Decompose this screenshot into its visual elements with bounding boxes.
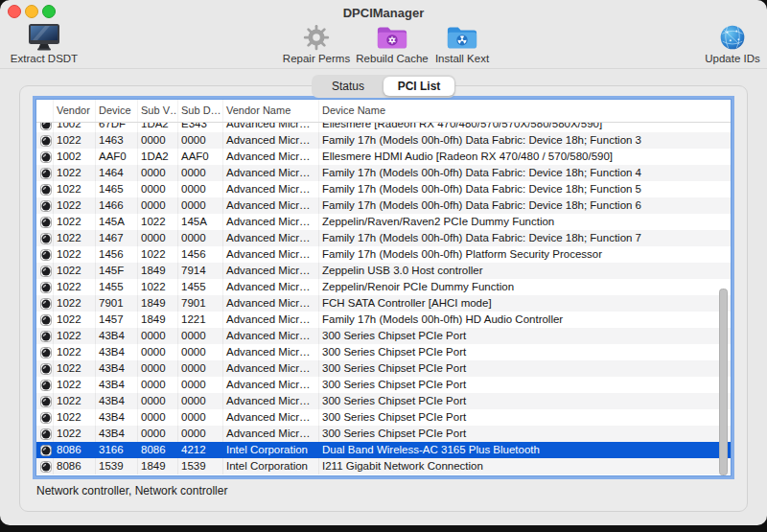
table-row[interactable]: 1022146700000000Advanced Micr…Family 17h… bbox=[36, 230, 731, 246]
pci-device-icon bbox=[40, 151, 52, 163]
cell-sub-vendor: 1849 bbox=[138, 312, 178, 328]
row-icon-cell bbox=[36, 246, 54, 263]
toolbar-item-label: Install Kext bbox=[419, 53, 505, 64]
table-row[interactable]: 102243B400000000Advanced Micr…300 Series… bbox=[36, 393, 731, 409]
cell-device: 43B4 bbox=[96, 426, 138, 442]
table-row[interactable]: 1022146500000000Advanced Micr…Family 17h… bbox=[36, 181, 731, 197]
table-row[interactable]: 100267DF1DA2E343Advanced Micr…Ellesmere … bbox=[36, 123, 731, 132]
row-icon-cell bbox=[36, 132, 54, 149]
cell-device-name: 300 Series Chipset PCIe Port bbox=[319, 393, 731, 409]
tab-status[interactable]: Status bbox=[313, 77, 384, 96]
table-row[interactable]: 102243B400000000Advanced Micr…300 Series… bbox=[36, 377, 731, 393]
cell-sub-device: 1455 bbox=[178, 279, 223, 295]
cell-device-name: Zeppelin USB 3.0 Host controller bbox=[319, 263, 731, 279]
pci-device-icon bbox=[40, 282, 52, 293]
toolbar-item-label: Extract DSDT bbox=[1, 53, 87, 64]
cell-sub-device: 0000 bbox=[178, 328, 223, 344]
toolbar-item-label: Repair Perms bbox=[273, 53, 360, 64]
column-header-device-name[interactable]: Device Name bbox=[319, 100, 731, 122]
cell-vendor-name: Advanced Micr… bbox=[223, 132, 319, 149]
pci-device-icon bbox=[40, 233, 52, 244]
extract-dsdt-button[interactable]: Extract DSDT bbox=[1, 23, 87, 67]
table-row[interactable]: 1022145718491221Advanced Micr…Family 17h… bbox=[36, 312, 731, 328]
cell-device: 43B4 bbox=[96, 360, 138, 377]
column-header-vendor[interactable]: Vendor bbox=[54, 100, 96, 122]
table-row[interactable]: 1022146300000000Advanced Micr…Family 17h… bbox=[36, 132, 731, 149]
cell-vendor-name: Advanced Micr… bbox=[223, 263, 319, 279]
tab-pci-list[interactable]: PCI List bbox=[384, 77, 454, 96]
row-icon-cell bbox=[36, 149, 54, 165]
cell-sub-device: 1456 bbox=[178, 246, 223, 263]
table-row[interactable]: 1022145510221455Advanced Micr…Zeppelin/R… bbox=[36, 279, 731, 295]
row-icon-cell bbox=[36, 230, 54, 246]
cell-vendor: 1022 bbox=[54, 246, 96, 263]
table-row[interactable]: 102243B400000000Advanced Micr…300 Series… bbox=[36, 426, 731, 442]
table-row[interactable]: 1022790118497901Advanced Micr…FCH SATA C… bbox=[36, 295, 731, 312]
table-row[interactable]: 1022145F18497914Advanced Micr…Zeppelin U… bbox=[36, 263, 731, 279]
toolbar-item-label: Update IDs bbox=[689, 53, 767, 64]
cell-device-name: 300 Series Chipset PCIe Port bbox=[319, 328, 731, 344]
cell-vendor-name: Advanced Micr… bbox=[223, 393, 319, 409]
table-row[interactable]: 8086316680864212Intel CorporationDual Ba… bbox=[36, 442, 731, 458]
cell-sub-device: 7914 bbox=[178, 263, 223, 279]
row-icon-cell bbox=[36, 377, 54, 393]
table-row[interactable]: 102243B400000000Advanced Micr…300 Series… bbox=[36, 344, 731, 360]
column-header-sub-vendor[interactable]: Sub V… bbox=[138, 100, 178, 122]
row-icon-cell bbox=[36, 123, 54, 132]
pci-device-icon bbox=[40, 347, 52, 359]
table-row[interactable]: 1022145610221456Advanced Micr…Family 17h… bbox=[36, 246, 731, 263]
cell-device: 43B4 bbox=[96, 393, 138, 409]
cell-device-name: Family 17h (Models 00h-0fh) Data Fabric:… bbox=[319, 181, 731, 197]
pci-device-icon bbox=[40, 428, 52, 440]
cell-vendor-name: Advanced Micr… bbox=[223, 409, 319, 426]
cell-sub-vendor: 0000 bbox=[138, 181, 178, 197]
pci-device-icon bbox=[40, 396, 52, 407]
column-header-device[interactable]: Device bbox=[96, 100, 138, 122]
cell-device-name: Dual Band Wireless-AC 3165 Plus Bluetoot… bbox=[319, 442, 731, 458]
row-icon-cell bbox=[36, 442, 54, 458]
row-icon-cell bbox=[36, 360, 54, 377]
cell-vendor: 1022 bbox=[54, 214, 96, 230]
cell-vendor: 1022 bbox=[54, 181, 96, 197]
cell-sub-vendor: 0000 bbox=[138, 360, 178, 377]
row-icon-cell bbox=[36, 263, 54, 279]
table-row[interactable]: 1002AAF01DA2AAF0Advanced Micr…Ellesmere … bbox=[36, 149, 731, 165]
cell-device-name: Zeppelin/Raven/Raven2 PCIe Dummy Functio… bbox=[319, 214, 731, 230]
cell-device: 67DF bbox=[96, 123, 138, 132]
cell-vendor-name: Advanced Micr… bbox=[223, 165, 319, 181]
cell-sub-vendor: 1DA2 bbox=[138, 123, 178, 132]
vertical-scrollbar-thumb[interactable] bbox=[719, 289, 728, 475]
table-row[interactable]: 1022146600000000Advanced Micr…Family 17h… bbox=[36, 197, 731, 214]
cell-sub-device: 0000 bbox=[178, 165, 223, 181]
repair-perms-button[interactable]: Repair Perms bbox=[273, 23, 360, 67]
table-body: 100267DF1DA2E343Advanced Micr…Ellesmere … bbox=[36, 123, 731, 475]
row-icon-cell bbox=[36, 426, 54, 442]
table-row[interactable]: 8086153918491539Intel CorporationI211 Gi… bbox=[36, 458, 731, 474]
cell-device: 43B4 bbox=[96, 409, 138, 426]
cell-device: 1455 bbox=[96, 279, 138, 295]
cell-sub-device: 0000 bbox=[178, 409, 223, 426]
row-icon-cell bbox=[36, 458, 54, 474]
cell-device: 3166 bbox=[96, 442, 138, 458]
update-ids-button[interactable]: Update IDs bbox=[689, 23, 767, 67]
window-title: DPCIManager bbox=[0, 6, 767, 20]
column-header-sub-device[interactable]: Sub D… bbox=[178, 100, 223, 122]
cell-vendor: 8086 bbox=[54, 458, 96, 474]
table-row[interactable]: 102243B400000000Advanced Micr…300 Series… bbox=[36, 409, 731, 426]
cell-device: AAF0 bbox=[96, 149, 138, 165]
cell-device: 1464 bbox=[96, 165, 138, 181]
column-header-vendor-name[interactable]: Vendor Name bbox=[223, 100, 319, 122]
table-row[interactable]: 102243B400000000Advanced Micr…300 Series… bbox=[36, 328, 731, 344]
cell-sub-vendor: 8086 bbox=[138, 442, 178, 458]
table-row[interactable]: 102243B400000000Advanced Micr…300 Series… bbox=[36, 360, 731, 377]
row-icon-cell bbox=[36, 344, 54, 360]
cell-vendor-name: Advanced Micr… bbox=[223, 360, 319, 377]
cell-vendor: 1022 bbox=[54, 344, 96, 360]
table-row[interactable]: 1022145A1022145AAdvanced Micr…Zeppelin/R… bbox=[36, 214, 731, 230]
cell-device: 1456 bbox=[96, 246, 138, 263]
titlebar: DPCIManager bbox=[0, 0, 767, 25]
cell-device-name: 300 Series Chipset PCIe Port bbox=[319, 360, 731, 377]
install-kext-button[interactable]: Install Kext bbox=[419, 23, 505, 67]
tab-bar: Status PCI List bbox=[312, 75, 455, 98]
table-row[interactable]: 1022146400000000Advanced Micr…Family 17h… bbox=[36, 165, 731, 181]
